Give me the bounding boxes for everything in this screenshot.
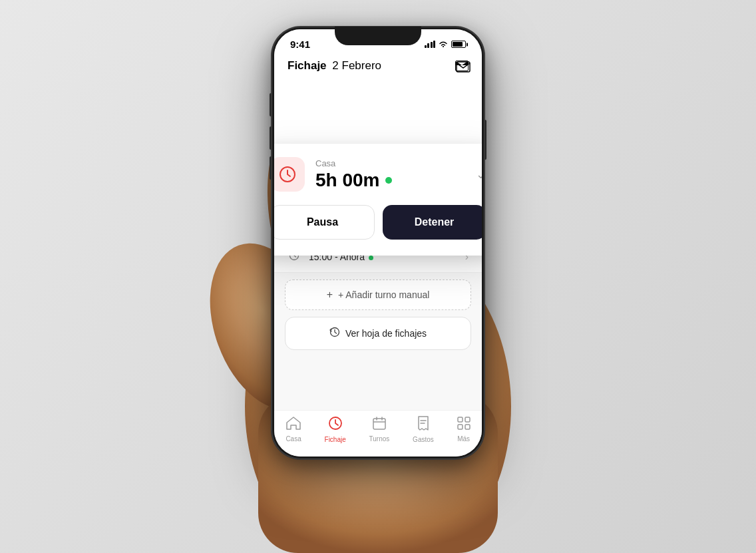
plus-icon: + <box>327 289 333 301</box>
receipt-icon <box>417 416 429 434</box>
clock-icon-wrap <box>274 157 305 192</box>
status-time: 9:41 <box>290 39 310 50</box>
popup-location: Casa <box>315 158 465 168</box>
live-dot <box>369 256 373 260</box>
svg-rect-21 <box>465 425 470 429</box>
home-icon <box>286 417 301 433</box>
popup-card: Casa 5h 00m ⌄ Pausa Detener <box>274 144 482 256</box>
svg-rect-19 <box>465 417 470 422</box>
screen: 9:41 <box>274 29 482 457</box>
add-shift-button[interactable]: + + Añadir turno manual <box>285 279 471 310</box>
svg-rect-20 <box>458 425 463 429</box>
signal-icon <box>425 41 436 48</box>
nav-label-turnos: Turnos <box>369 435 390 443</box>
nav-label-casa: Casa <box>285 435 301 443</box>
svg-point-9 <box>443 46 444 47</box>
grid-icon <box>457 417 471 433</box>
nav-label-fichaje: Fichaje <box>325 436 346 443</box>
svg-rect-10 <box>457 62 470 72</box>
view-fichajes-button[interactable]: Ver hoja de fichajes <box>285 317 471 350</box>
scene: 9:41 <box>0 0 756 553</box>
svg-rect-17 <box>373 419 385 429</box>
bottom-nav: Casa Fichaje <box>274 410 482 457</box>
popup-info: Casa 5h 00m <box>315 158 465 191</box>
wifi-icon <box>439 41 448 49</box>
nav-item-turnos[interactable]: Turnos <box>369 417 390 443</box>
history-icon <box>329 327 340 340</box>
popup-buttons: Pausa Detener <box>274 205 482 240</box>
phone-container: 9:41 <box>272 27 484 459</box>
status-icons <box>425 41 467 49</box>
add-shift-label: + Añadir turno manual <box>338 289 429 300</box>
nav-label-gastos: Gastos <box>413 436 434 443</box>
app-header: Fichaje 2 Febrero <box>274 54 482 81</box>
pause-button[interactable]: Pausa <box>274 205 375 240</box>
nav-item-mas[interactable]: Más <box>457 417 471 443</box>
notch <box>335 27 421 45</box>
phone: 9:41 <box>272 27 484 459</box>
active-indicator <box>385 177 392 184</box>
svg-rect-18 <box>458 417 463 422</box>
nav-item-fichaje[interactable]: Fichaje <box>325 416 346 443</box>
view-fichajes-label: Ver hoja de fichajes <box>345 328 427 339</box>
clock-icon <box>278 165 297 184</box>
clock-nav-icon <box>328 416 343 434</box>
stop-button[interactable]: Detener <box>383 205 482 240</box>
header-title: Fichaje 2 Febrero <box>287 59 381 73</box>
popup-duration: 5h 00m <box>315 170 465 191</box>
calendar-nav-icon <box>373 417 386 433</box>
nav-label-mas: Más <box>457 435 470 443</box>
battery-icon <box>451 41 466 48</box>
mail-icon[interactable] <box>455 61 469 71</box>
nav-item-casa[interactable]: Casa <box>285 417 301 443</box>
nav-item-gastos[interactable]: Gastos <box>413 416 434 443</box>
chevron-down-icon[interactable]: ⌄ <box>476 167 482 182</box>
